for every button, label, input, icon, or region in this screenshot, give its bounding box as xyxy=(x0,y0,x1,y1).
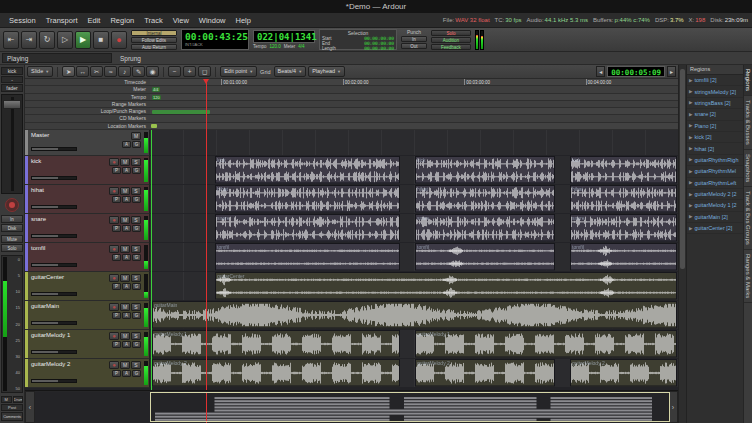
summary-scroll-left-button[interactable]: ‹ xyxy=(25,391,35,423)
track-header-kick[interactable]: kick●MSPAG xyxy=(25,156,150,185)
ruler-location-markers-content[interactable] xyxy=(150,123,678,129)
track-canvas-tomfil[interactable] xyxy=(150,243,678,271)
tempo-marker[interactable]: 120 xyxy=(152,95,161,100)
mixer-fader-point[interactable]: Post xyxy=(1,404,23,411)
track-gain-slider[interactable] xyxy=(31,147,77,151)
mixer-mute-button[interactable]: Mute xyxy=(1,235,23,243)
disclosure-triangle-icon[interactable]: ▶ xyxy=(689,203,692,208)
follow-edits-button[interactable]: Follow Edits xyxy=(131,37,177,43)
edit-mode-select[interactable]: Slide▼ xyxy=(27,66,53,77)
ruler-cd-markers-content[interactable] xyxy=(150,115,678,121)
track-playlist-button[interactable]: P xyxy=(112,225,121,232)
track-playlist-button[interactable]: P xyxy=(112,196,121,203)
track-gain-slider[interactable] xyxy=(31,205,77,209)
play-button[interactable]: ▶ xyxy=(75,31,91,49)
loop-range-marker[interactable] xyxy=(152,110,210,114)
track-automation-button[interactable]: A xyxy=(122,341,131,348)
track-group-button[interactable]: G xyxy=(132,196,141,203)
track-header-guitarmelody-1[interactable]: guitarMelody 1●MSPAG xyxy=(25,330,150,359)
tab-regions[interactable]: Regions xyxy=(744,65,752,96)
mixer-fader[interactable] xyxy=(1,94,23,194)
tool-cut-button[interactable]: ✂ xyxy=(90,66,103,77)
track-canvas-kick[interactable] xyxy=(150,156,678,184)
zoom-focus-select[interactable]: Playhead▼ xyxy=(308,66,345,77)
track-header-snare[interactable]: snare●MSPAG xyxy=(25,214,150,243)
track-lane-hihat[interactable] xyxy=(150,185,678,214)
track-solo-button[interactable]: S xyxy=(131,274,141,282)
track-lane-guitarmain[interactable] xyxy=(150,301,678,330)
menu-transport[interactable]: Transport xyxy=(41,16,83,25)
track-name[interactable]: kick xyxy=(31,158,41,164)
region-list-item[interactable]: ▶guitarMelody 1 [2 xyxy=(687,200,743,211)
track-canvas-guitarcenter[interactable] xyxy=(150,272,678,300)
zoom-fit-button[interactable]: ◻ xyxy=(198,66,211,77)
tool-internal-edit-button[interactable]: ◉ xyxy=(146,66,159,77)
tool-grab-button[interactable]: ➤ xyxy=(62,66,75,77)
ruler-range-markers-content[interactable] xyxy=(150,101,678,107)
track-record-button[interactable]: ● xyxy=(109,361,119,369)
tool-range-button[interactable]: ↔ xyxy=(76,66,89,77)
loop-button[interactable]: ↻ xyxy=(39,31,55,49)
track-gain-slider[interactable] xyxy=(31,234,77,238)
tool-stretch-button[interactable]: ≈ xyxy=(104,66,117,77)
mixer-solo-button[interactable]: Solo xyxy=(1,244,23,252)
track-name[interactable]: Master xyxy=(31,132,49,138)
track-automation-button[interactable]: A xyxy=(122,141,131,148)
track-gain-slider[interactable] xyxy=(31,176,77,180)
menu-session[interactable]: Session xyxy=(4,16,41,25)
track-header-tomfil[interactable]: tomfil●MSPAG xyxy=(25,243,150,272)
punch-out-button[interactable]: Out xyxy=(401,43,427,49)
disclosure-triangle-icon[interactable]: ▶ xyxy=(689,89,692,94)
goto-end-button[interactable]: ⇥ xyxy=(21,31,37,49)
track-lane-master[interactable] xyxy=(150,130,678,156)
track-group-button[interactable]: G xyxy=(132,312,141,319)
track-playlist-button[interactable]: P xyxy=(112,312,121,319)
stop-button[interactable]: ■ xyxy=(93,31,109,49)
titlebar[interactable]: *Demo — Ardour xyxy=(0,0,752,13)
track-solo-button[interactable]: S xyxy=(131,332,141,340)
tool-draw-button[interactable]: ✎ xyxy=(132,66,145,77)
summary-viewport[interactable] xyxy=(150,392,670,422)
track-record-button[interactable]: ● xyxy=(109,158,119,166)
track-name[interactable]: guitarMain xyxy=(31,303,59,309)
region-list-item[interactable]: ▶guitarCenter [2] xyxy=(687,223,743,234)
mixer-record-button[interactable] xyxy=(5,198,19,212)
mixer-fader-label[interactable]: fader xyxy=(1,84,23,92)
disclosure-triangle-icon[interactable]: ▶ xyxy=(689,146,692,151)
auto-return-button[interactable]: Auto Return xyxy=(131,44,177,50)
menu-region[interactable]: Region xyxy=(105,16,139,25)
track-solo-button[interactable]: S xyxy=(131,158,141,166)
track-mute-button[interactable]: M xyxy=(131,132,141,140)
region-list-item[interactable]: ▶snare [2] xyxy=(687,109,743,120)
track-automation-button[interactable]: A xyxy=(122,312,131,319)
disclosure-triangle-icon[interactable]: ▶ xyxy=(689,135,692,140)
region-list-item[interactable]: ▶guitarRhythmMel xyxy=(687,166,743,177)
region-list-item[interactable]: ▶stringsMelody [2] xyxy=(687,86,743,97)
ruler-tempo-content[interactable]: 120 xyxy=(150,94,678,100)
menu-window[interactable]: Window xyxy=(194,16,231,25)
region-list-item[interactable]: ▶kick [2] xyxy=(687,132,743,143)
mixer-comments-button[interactable]: Comments xyxy=(1,412,23,421)
nudge-forward-button[interactable]: ▸ xyxy=(667,66,676,77)
track-name[interactable]: guitarMelody 1 xyxy=(31,332,70,338)
track-header-guitarmain[interactable]: guitarMain●MSPAG xyxy=(25,301,150,330)
disclosure-triangle-icon[interactable]: ▶ xyxy=(689,226,692,231)
disclosure-triangle-icon[interactable]: ▶ xyxy=(689,112,692,117)
internal-button[interactable]: Internal xyxy=(131,30,177,36)
menu-help[interactable]: Help xyxy=(231,16,256,25)
track-mute-button[interactable]: M xyxy=(120,158,130,166)
track-gain-slider[interactable] xyxy=(31,379,77,383)
record-button[interactable]: ● xyxy=(111,31,127,49)
track-lane-guitarmelody-2[interactable] xyxy=(150,359,678,388)
track-mute-button[interactable]: M xyxy=(120,216,130,224)
disclosure-triangle-icon[interactable]: ▶ xyxy=(689,100,692,105)
tempo-value[interactable]: 120.0 xyxy=(270,44,281,49)
track-canvas-guitarmain[interactable] xyxy=(150,301,678,329)
nudge-backward-button[interactable]: ◂ xyxy=(596,66,605,77)
fader-handle[interactable] xyxy=(3,100,21,109)
tab-tracks-busses[interactable]: Tracks & Busses xyxy=(744,96,752,150)
track-name[interactable]: hihat xyxy=(31,187,44,193)
region-list-item[interactable]: ▶tomfili [2] xyxy=(687,75,743,86)
ruler-timecode-content[interactable]: 00:01:00:0000:02:00:0000:03:00:0000:04:0… xyxy=(150,79,678,85)
track-lane-guitarmelody-1[interactable] xyxy=(150,330,678,359)
